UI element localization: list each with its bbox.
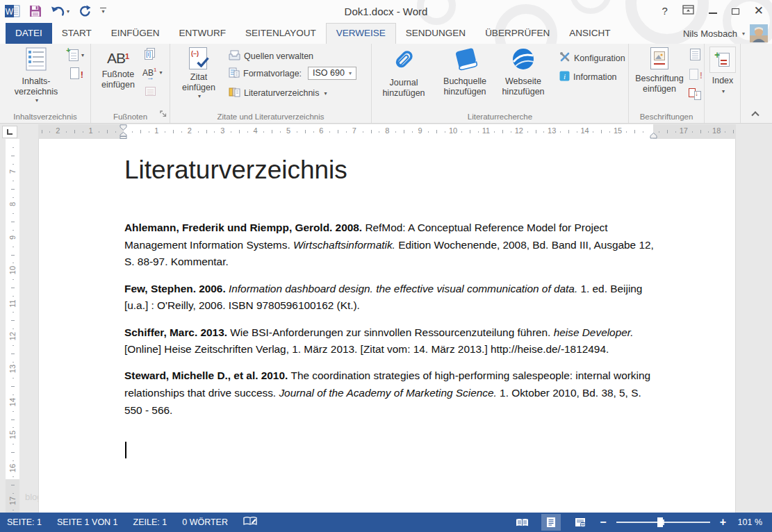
ribbon-display-options-button[interactable] (682, 4, 694, 18)
user-dropdown-icon[interactable]: ▾ (742, 31, 745, 37)
word-logo-icon[interactable]: W (5, 3, 20, 19)
index-button[interactable]: + Index ▾ (708, 47, 737, 94)
proofing-icon[interactable] (243, 516, 257, 529)
manage-sources-icon (229, 50, 240, 63)
ruler-tick (379, 131, 379, 133)
insert-footnote-button[interactable]: AB1 Fußnote einfügen (97, 50, 140, 90)
right-indent-marker[interactable] (650, 133, 657, 139)
next-footnote-icon: AB1 → (142, 66, 156, 78)
ruler-number: 9 (8, 231, 17, 244)
tab-entwurf[interactable]: ENTWURF (170, 23, 236, 44)
configuration-button[interactable]: Konfiguration (559, 51, 625, 65)
manage-sources-button[interactable]: Quellen verwalten (229, 50, 313, 63)
ruler-number: 17 (8, 494, 17, 508)
save-icon[interactable] (29, 5, 42, 17)
tab-sendungen[interactable]: SENDUNGEN (396, 23, 475, 44)
ruler-number: 14 (8, 395, 17, 409)
close-button[interactable]: ✕ (754, 4, 764, 18)
bibliography-style-select[interactable]: ISO 690 ▾ (308, 67, 356, 80)
collapse-ribbon-button[interactable] (753, 110, 762, 119)
document-page[interactable]: Literaturverzeichnis Ahlemann, Frederik … (38, 139, 736, 513)
account-area[interactable]: Nils Mosbach ▾ (683, 23, 768, 44)
information-button[interactable]: i Information (559, 71, 617, 83)
ruler-tick (107, 130, 108, 133)
zoom-slider[interactable] (616, 522, 710, 523)
tab-einfügen[interactable]: EINFÜGEN (101, 23, 170, 44)
ruler-tick (263, 131, 264, 133)
ruler-number: 2 (188, 126, 192, 135)
insert-endnote-button[interactable]: [i] (144, 48, 156, 60)
ruler-tick (13, 197, 14, 198)
insert-citation-button[interactable]: (–) Zitat einfügen▾ (177, 47, 220, 99)
tab-stop-selector[interactable] (2, 126, 17, 138)
status-page[interactable]: SEITE: 1 (7, 517, 42, 527)
minimize-button[interactable] (709, 4, 717, 18)
style-label: Formatvorlage: (243, 69, 302, 78)
ruler-tick (13, 493, 14, 494)
add-text-button[interactable]: + ▾ (69, 49, 84, 61)
add-journal-button[interactable]: Journal hinzufügen (373, 47, 434, 99)
ruler-number: 7 (352, 126, 356, 135)
chevron-up-icon (751, 111, 759, 119)
group-index: + Index ▾ (705, 44, 741, 123)
tab-verweise[interactable]: VERWEISE (326, 23, 396, 44)
ruler-tick (13, 329, 14, 329)
ruler-tick (733, 130, 734, 133)
customize-qat-icon[interactable]: ▾ (100, 8, 106, 15)
insert-caption-button[interactable]: Beschriftung einfügen (632, 47, 687, 94)
add-book-source-button[interactable]: Buchquelle hinzufügen (434, 47, 495, 97)
undo-dropdown-icon[interactable]: ▾ (67, 8, 69, 15)
redo-button[interactable] (79, 5, 91, 17)
insert-table-of-figures-button[interactable] (690, 49, 700, 60)
tab-start[interactable]: START (52, 23, 101, 44)
user-avatar[interactable] (750, 24, 768, 42)
print-layout-button[interactable] (541, 514, 561, 531)
ruler-tick (11, 255, 15, 256)
ruler-number: 15 (8, 428, 17, 442)
status-words[interactable]: 0 WÖRTER (182, 517, 228, 527)
show-notes-button[interactable] (145, 87, 156, 96)
update-table-button[interactable]: ! (70, 67, 79, 79)
bibliography-button[interactable]: Literaturverzeichnis ▾ (229, 87, 327, 99)
web-layout-button[interactable] (570, 514, 590, 531)
ruler-number: 13 (8, 362, 17, 376)
tab-überprüfen[interactable]: ÜBERPRÜFEN (475, 23, 559, 44)
hanging-indent-marker[interactable] (120, 132, 127, 139)
vertical-ruler[interactable]: 7891011121314151617 (6, 139, 19, 513)
status-left: SEITE: 1 SEITE 1 VON 1 ZEILE: 1 0 WÖRTER (0, 516, 257, 529)
read-mode-button[interactable] (512, 514, 532, 531)
tab-seitenlayout[interactable]: SEITENLAYOUT (236, 23, 326, 44)
insert-caption-icon (650, 47, 669, 71)
tab-ansicht[interactable]: ANSICHT (559, 23, 620, 44)
ruler-tick (478, 131, 479, 133)
ruler-tick (511, 131, 511, 133)
update-table-of-figures-button[interactable]: ! (689, 69, 698, 80)
ruler-tick (470, 130, 470, 133)
show-notes-icon (145, 87, 156, 96)
ruler-left-margin (38, 124, 124, 139)
add-website-button[interactable]: Webseite hinzufügen (495, 47, 551, 97)
next-footnote-button[interactable]: AB1 → ▾ (142, 66, 162, 78)
table-of-figures-icon (690, 49, 700, 60)
ruler-tick (13, 444, 14, 444)
ruler-tick (13, 345, 14, 346)
ruler-tick (634, 130, 635, 133)
cross-reference-button[interactable]: ↓ (689, 88, 703, 101)
status-line[interactable]: ZEILE: 1 (133, 517, 167, 527)
zoom-out-button[interactable]: − (600, 517, 606, 528)
ruler-tick (593, 131, 593, 133)
first-line-indent-marker[interactable] (120, 124, 127, 131)
tab-datei[interactable]: DATEI (6, 23, 52, 44)
status-page-of[interactable]: SEITE 1 VON 1 (57, 517, 118, 527)
ruler-tick (13, 394, 14, 395)
zoom-percentage[interactable]: 101 % (736, 517, 762, 527)
zoom-slider-thumb[interactable] (657, 517, 663, 527)
ruler-tick (436, 130, 437, 133)
ruler-tick (140, 130, 141, 133)
undo-button[interactable]: ▾ (51, 6, 69, 17)
zoom-in-button[interactable]: + (720, 517, 726, 528)
horizontal-ruler[interactable]: 211234567891011121314151718 (38, 124, 736, 139)
maximize-button[interactable] (732, 4, 739, 18)
table-of-contents-button[interactable]: Inhalts- verzeichnis▾ (6, 47, 67, 103)
help-button[interactable]: ? (662, 4, 667, 18)
